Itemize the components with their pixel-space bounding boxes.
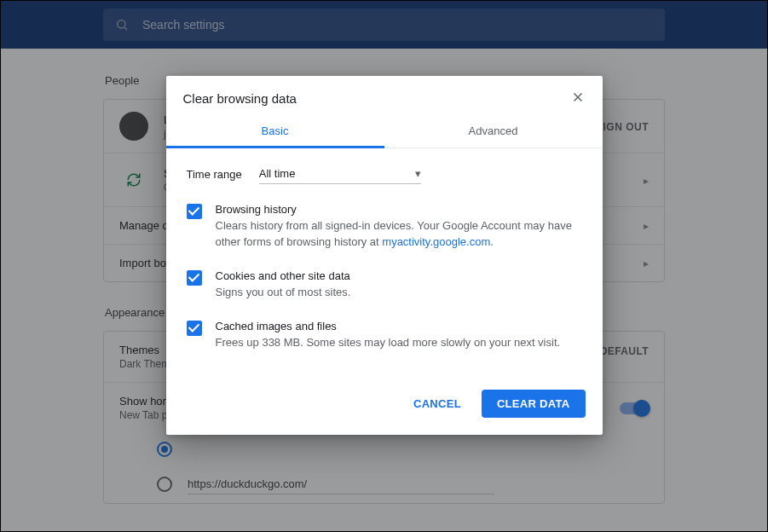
tab-advanced[interactable]: Advanced xyxy=(384,116,603,147)
tab-basic[interactable]: Basic xyxy=(166,116,384,147)
dialog-title: Clear browsing data xyxy=(183,91,297,106)
time-range-select[interactable]: All time ▾ xyxy=(259,164,421,184)
opt2-desc: Signs you out of most sites. xyxy=(216,285,351,301)
dialog-tabs: Basic Advanced xyxy=(166,116,603,148)
checkbox-cookies[interactable] xyxy=(187,270,202,286)
cancel-button[interactable]: CANCEL xyxy=(401,390,473,418)
option-browsing-history[interactable]: Browsing history Clears history from all… xyxy=(187,203,582,251)
checkbox-cached[interactable] xyxy=(187,321,202,336)
opt1-title: Browsing history xyxy=(216,203,582,216)
time-range-value: All time xyxy=(259,167,296,180)
time-range-label: Time range xyxy=(187,168,242,181)
opt3-title: Cached images and files xyxy=(216,320,561,332)
myactivity-link[interactable]: myactivity.google.com xyxy=(382,235,490,248)
opt3-desc: Frees up 338 MB. Some sites may load mor… xyxy=(216,335,561,351)
checkbox-browsing-history[interactable] xyxy=(187,204,202,219)
chevron-down-icon: ▾ xyxy=(415,167,421,180)
clear-data-button[interactable]: CLEAR DATA xyxy=(482,390,586,418)
opt1-desc: Clears history from all signed-in device… xyxy=(216,218,582,251)
clear-browsing-data-dialog: Clear browsing data Basic Advanced Time … xyxy=(166,76,603,435)
close-icon[interactable] xyxy=(570,90,586,107)
option-cached[interactable]: Cached images and files Frees up 338 MB.… xyxy=(187,320,582,351)
opt2-title: Cookies and other site data xyxy=(216,269,351,282)
option-cookies[interactable]: Cookies and other site data Signs you ou… xyxy=(187,269,582,301)
